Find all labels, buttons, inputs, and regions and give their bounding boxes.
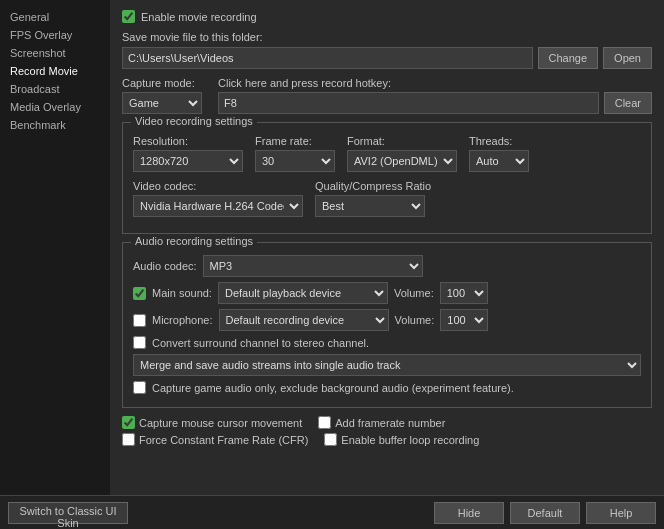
add-framerate-checkbox[interactable] [318, 416, 331, 429]
sidebar-item-general[interactable]: General [6, 8, 104, 26]
audio-group-title: Audio recording settings [131, 235, 257, 247]
capture-mouse-checkbox[interactable] [122, 416, 135, 429]
switch-skin-button[interactable]: Switch to Classic UI Skin [8, 502, 128, 524]
capture-game-audio-label: Capture game audio only, exclude backgro… [152, 382, 514, 394]
video-settings-group: Video recording settings Resolution: 128… [122, 122, 652, 234]
resolution-label: Resolution: [133, 135, 243, 147]
clear-button[interactable]: Clear [604, 92, 652, 114]
mic-volume-label: Volume: [395, 314, 435, 326]
main-sound-checkbox[interactable] [133, 287, 146, 300]
default-button[interactable]: Default [510, 502, 580, 524]
hotkey-label: Click here and press record hotkey: [218, 77, 652, 89]
video-group-title: Video recording settings [131, 115, 257, 127]
sidebar-item-screenshot[interactable]: Screenshot [6, 44, 104, 62]
capture-mode-select[interactable]: Game [122, 92, 202, 114]
framerate-select[interactable]: 30 [255, 150, 335, 172]
sidebar: General FPS Overlay Screenshot Record Mo… [0, 0, 110, 529]
framerate-label: Frame rate: [255, 135, 335, 147]
quality-select[interactable]: Best [315, 195, 425, 217]
open-button[interactable]: Open [603, 47, 652, 69]
video-codec-label: Video codec: [133, 180, 303, 192]
microphone-label: Microphone: [152, 314, 213, 326]
footer: Switch to Classic UI Skin Hide Default H… [0, 495, 664, 529]
main-content: Enable movie recording Save movie file t… [110, 0, 664, 529]
footer-left: Switch to Classic UI Skin [8, 502, 128, 524]
sidebar-item-fps-overlay[interactable]: FPS Overlay [6, 26, 104, 44]
surround-label: Convert surround channel to stereo chann… [152, 337, 369, 349]
audio-codec-label: Audio codec: [133, 260, 197, 272]
add-framerate-label: Add framerate number [335, 417, 445, 429]
help-button[interactable]: Help [586, 502, 656, 524]
footer-right: Hide Default Help [434, 502, 656, 524]
enable-movie-checkbox[interactable] [122, 10, 135, 23]
save-folder-label: Save movie file to this folder: [122, 31, 652, 43]
audio-settings-group: Audio recording settings Audio codec: MP… [122, 242, 652, 408]
format-label: Format: [347, 135, 457, 147]
enable-buffer-label: Enable buffer loop recording [341, 434, 479, 446]
sidebar-item-broadcast[interactable]: Broadcast [6, 80, 104, 98]
video-codec-select[interactable]: Nvidia Hardware H.264 Codec [133, 195, 303, 217]
hotkey-input[interactable] [218, 92, 599, 114]
change-button[interactable]: Change [538, 47, 599, 69]
hide-button[interactable]: Hide [434, 502, 504, 524]
sidebar-item-media-overlay[interactable]: Media Overlay [6, 98, 104, 116]
quality-label: Quality/Compress Ratio [315, 180, 431, 192]
capture-mouse-label: Capture mouse cursor movement [139, 417, 302, 429]
threads-select[interactable]: Auto [469, 150, 529, 172]
resolution-select[interactable]: 1280x720 [133, 150, 243, 172]
mic-device-select[interactable]: Default recording device [219, 309, 389, 331]
sidebar-item-benchmark[interactable]: Benchmark [6, 116, 104, 134]
main-volume-select[interactable]: 100 [440, 282, 488, 304]
format-select[interactable]: AVI2 (OpenDML) [347, 150, 457, 172]
bottom-checks: Capture mouse cursor movement Add framer… [122, 416, 652, 446]
audio-codec-select[interactable]: MP3 [203, 255, 423, 277]
threads-label: Threads: [469, 135, 529, 147]
capture-mode-label: Capture mode: [122, 77, 202, 89]
main-sound-label: Main sound: [152, 287, 212, 299]
merge-select[interactable]: Merge and save audio streams into single… [133, 354, 641, 376]
main-volume-label: Volume: [394, 287, 434, 299]
surround-checkbox[interactable] [133, 336, 146, 349]
force-cfr-checkbox[interactable] [122, 433, 135, 446]
enable-movie-label: Enable movie recording [141, 11, 257, 23]
sidebar-item-record-movie[interactable]: Record Movie [6, 62, 104, 80]
capture-game-audio-checkbox[interactable] [133, 381, 146, 394]
microphone-checkbox[interactable] [133, 314, 146, 327]
force-cfr-label: Force Constant Frame Rate (CFR) [139, 434, 308, 446]
mic-volume-select[interactable]: 100 [440, 309, 488, 331]
save-path-input[interactable] [122, 47, 533, 69]
main-sound-select[interactable]: Default playback device [218, 282, 388, 304]
enable-buffer-checkbox[interactable] [324, 433, 337, 446]
